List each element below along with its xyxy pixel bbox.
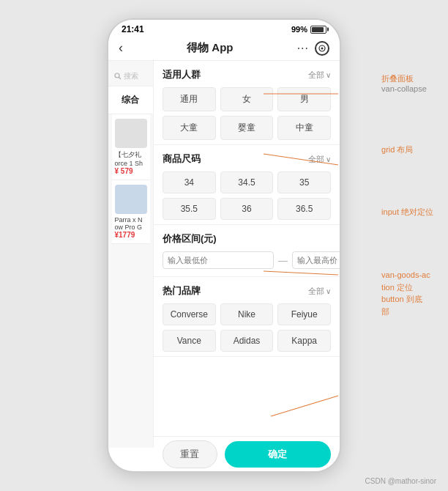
audience-option-通用[interactable]: 通用 bbox=[163, 87, 216, 111]
filter-panel: 适用人群 全部 ∨ 通用 女 男 大童 婴童 中童 bbox=[154, 61, 340, 448]
size-option-36.5[interactable]: 36.5 bbox=[277, 198, 331, 220]
confirm-button[interactable]: 确定 bbox=[225, 441, 331, 468]
status-bar: 21:41 99% bbox=[108, 20, 340, 36]
sidebar: 搜索 综合 【七夕礼orce 1 Sh ¥ 579 Parra x Now Pr… bbox=[108, 61, 154, 448]
battery-percent: 99% bbox=[291, 25, 307, 34]
back-button[interactable]: ‹ bbox=[119, 40, 123, 56]
bottom-bar: 重置 确定 bbox=[154, 436, 340, 471]
outer-wrapper: 21:41 99% ‹ 得物 App ··· bbox=[0, 0, 448, 491]
brand-option-converse[interactable]: Converse bbox=[163, 303, 216, 325]
audience-option-女[interactable]: 女 bbox=[220, 87, 274, 111]
battery-icon bbox=[310, 26, 326, 34]
annotation-input: input 绝对定位 bbox=[381, 207, 433, 218]
size-chevron: ∨ bbox=[326, 155, 331, 163]
svg-line-3 bbox=[119, 78, 122, 80]
annotation-goods-action: van-goods-action 定位button 到底部 bbox=[381, 269, 433, 317]
brand-all[interactable]: 全部 ∨ bbox=[308, 286, 331, 297]
audience-option-男[interactable]: 男 bbox=[277, 87, 331, 111]
reset-button[interactable]: 重置 bbox=[163, 440, 217, 468]
size-option-34[interactable]: 34 bbox=[163, 171, 216, 193]
battery-fill bbox=[312, 27, 324, 32]
scan-icon bbox=[318, 45, 326, 52]
status-time: 21:41 bbox=[122, 24, 144, 34]
brand-section: 热门品牌 全部 ∨ Converse Nike Feiyue Vance Adi… bbox=[154, 277, 340, 357]
size-option-35[interactable]: 35 bbox=[277, 171, 331, 193]
price-inputs: — bbox=[163, 251, 331, 269]
brand-option-nike[interactable]: Nike bbox=[220, 303, 274, 325]
svg-point-2 bbox=[115, 73, 119, 78]
status-right: 99% bbox=[291, 25, 326, 34]
audience-options: 通用 女 男 大童 婴童 中童 bbox=[163, 87, 331, 140]
credit-text: CSDN @mathor-sinor bbox=[365, 477, 436, 485]
annotation-grid: grid 布局 bbox=[381, 144, 433, 155]
price-section: 价格区间(元) — bbox=[154, 225, 340, 277]
nav-bar: ‹ 得物 App ··· bbox=[108, 36, 340, 61]
size-option-34.5[interactable]: 34.5 bbox=[220, 171, 274, 193]
size-options: 34 34.5 35 35.5 36 36.5 bbox=[163, 171, 331, 220]
content-area: 搜索 综合 【七夕礼orce 1 Sh ¥ 579 Parra x Now Pr… bbox=[108, 61, 340, 448]
price-min-input[interactable] bbox=[163, 251, 274, 269]
product-name-1: 【七夕礼orce 1 Sh bbox=[115, 150, 147, 167]
brand-option-adidas[interactable]: Adidas bbox=[220, 330, 274, 352]
brand-chevron: ∨ bbox=[326, 287, 331, 295]
price-title: 价格区间(元) bbox=[163, 232, 331, 246]
size-option-36[interactable]: 36 bbox=[220, 198, 274, 220]
audience-all[interactable]: 全部 ∨ bbox=[308, 70, 331, 81]
sidebar-search[interactable]: 搜索 bbox=[108, 67, 153, 86]
size-title: 商品尺码 bbox=[163, 152, 201, 166]
search-label: 搜索 bbox=[124, 71, 138, 81]
nav-actions: ··· bbox=[297, 41, 329, 56]
more-icon[interactable]: ··· bbox=[297, 42, 309, 55]
nav-title: 得物 App bbox=[187, 41, 233, 55]
brand-option-vance[interactable]: Vance bbox=[163, 330, 216, 352]
search-icon bbox=[114, 73, 122, 80]
product-price-1: ¥ 579 bbox=[115, 167, 147, 175]
phone-frame: 21:41 99% ‹ 得物 App ··· bbox=[107, 18, 341, 473]
svg-point-1 bbox=[321, 47, 323, 49]
product-image-1 bbox=[115, 119, 147, 148]
audience-option-婴童[interactable]: 婴童 bbox=[220, 116, 274, 140]
price-dash: — bbox=[278, 255, 288, 266]
brand-title: 热门品牌 bbox=[163, 284, 201, 298]
product-card-1[interactable]: 【七夕礼orce 1 Sh ¥ 579 bbox=[112, 114, 150, 180]
size-option-35.5[interactable]: 35.5 bbox=[163, 198, 216, 220]
sidebar-item-综合[interactable]: 综合 bbox=[108, 86, 153, 114]
price-max-input[interactable] bbox=[292, 251, 340, 269]
scan-button[interactable] bbox=[315, 41, 329, 56]
product-image-2 bbox=[115, 185, 147, 214]
size-section: 商品尺码 全部 ∨ 34 34.5 35 35.5 36 36.5 bbox=[154, 145, 340, 225]
brand-header: 热门品牌 全部 ∨ bbox=[163, 284, 331, 298]
annotation-collapse: 折叠面板van-collapse bbox=[381, 73, 433, 93]
audience-option-中童[interactable]: 中童 bbox=[277, 116, 331, 140]
audience-title: 适用人群 bbox=[163, 68, 201, 81]
brand-options: Converse Nike Feiyue Vance Adidas Kappa bbox=[163, 303, 331, 352]
audience-chevron: ∨ bbox=[326, 71, 331, 79]
audience-header: 适用人群 全部 ∨ bbox=[163, 68, 331, 81]
product-card-2[interactable]: Parra x Now Pro G ¥1779 bbox=[112, 180, 150, 244]
product-price-2: ¥1779 bbox=[115, 231, 147, 239]
size-header: 商品尺码 全部 ∨ bbox=[163, 152, 331, 166]
size-all[interactable]: 全部 ∨ bbox=[308, 154, 331, 165]
audience-option-大童[interactable]: 大童 bbox=[163, 116, 216, 140]
brand-option-kappa[interactable]: Kappa bbox=[277, 330, 331, 352]
audience-section: 适用人群 全部 ∨ 通用 女 男 大童 婴童 中童 bbox=[154, 61, 340, 145]
brand-option-feiyue[interactable]: Feiyue bbox=[277, 303, 331, 325]
product-name-2: Parra x Now Pro G bbox=[115, 216, 147, 231]
